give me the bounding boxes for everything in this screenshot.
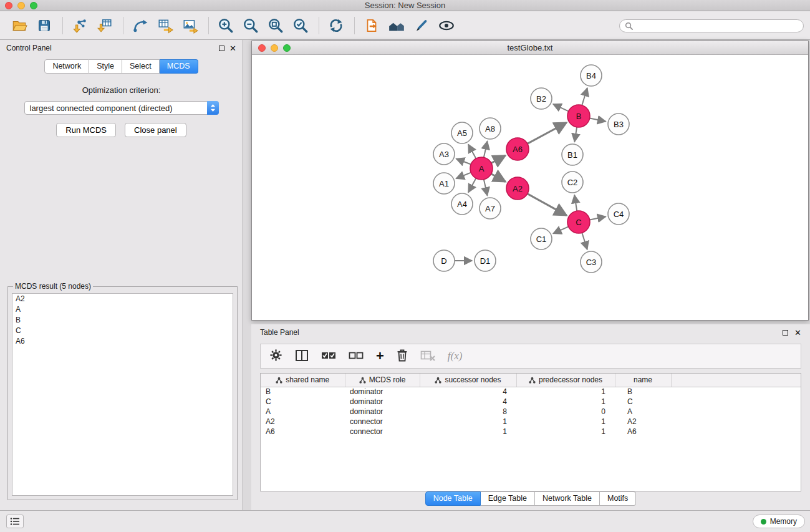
graph-edge-B-B3[interactable] — [590, 118, 606, 122]
graph-edge-A6-B[interactable] — [528, 122, 567, 143]
table-settings-button[interactable] — [269, 349, 282, 364]
column-header-successor-nodes[interactable]: successor nodes — [420, 374, 516, 387]
column-header-name[interactable]: name — [615, 374, 671, 387]
run-mcds-button[interactable]: Run MCDS — [56, 123, 116, 137]
graph-edge-C-C3[interactable] — [582, 233, 587, 249]
float-panel-icon[interactable] — [219, 46, 224, 51]
open-session-button[interactable] — [9, 15, 30, 36]
import-table-button[interactable] — [94, 15, 115, 36]
table-cell[interactable]: A6 — [261, 427, 345, 437]
search-input[interactable] — [636, 22, 798, 31]
zoom-fit-button[interactable] — [265, 15, 286, 36]
table-cell[interactable]: A2 — [261, 417, 345, 427]
table-cell[interactable]: connector — [345, 417, 420, 427]
graph-edge-C-C4[interactable] — [590, 216, 606, 220]
graph-edge-A-A3[interactable] — [456, 159, 471, 165]
result-item[interactable]: C — [12, 326, 233, 336]
table-cell[interactable]: dominator — [345, 387, 420, 397]
tab-select[interactable]: Select — [122, 59, 160, 74]
table-cell[interactable]: 1 — [420, 417, 516, 427]
save-session-button[interactable] — [34, 15, 55, 36]
tab-edge-table[interactable]: Edge Table — [481, 491, 535, 506]
table-cell[interactable]: 1 — [516, 427, 615, 437]
zoom-out-button[interactable] — [240, 15, 261, 36]
result-item[interactable]: B — [12, 315, 233, 326]
table-cell[interactable]: B — [261, 387, 345, 397]
graph-edge-B-B4[interactable] — [582, 88, 587, 105]
table-row[interactable]: A2connector11A2 — [261, 417, 801, 427]
dropdown-stepper[interactable] — [207, 101, 219, 115]
table-row[interactable]: Cdominator41C — [261, 397, 801, 407]
delete-table-button[interactable] — [420, 350, 435, 363]
graph-edge-A-A6[interactable] — [491, 155, 506, 163]
graph-edge-A-A5[interactable] — [468, 144, 476, 158]
graph-edge-B-B1[interactable] — [574, 127, 577, 142]
import-network-button[interactable] — [69, 15, 90, 36]
column-header-shared-name[interactable]: shared name — [261, 374, 345, 387]
network-graph[interactable]: B4B2BB3A8A5A6A3B1AC2A1A2A4A7C4CC1C3DD1 — [252, 55, 808, 320]
graph-edge-A-A1[interactable] — [456, 173, 471, 179]
graph-edge-A-A2[interactable] — [491, 174, 506, 182]
graph-edge-C-C2[interactable] — [574, 195, 577, 211]
result-item[interactable]: A6 — [12, 336, 233, 347]
tab-network-table[interactable]: Network Table — [535, 491, 600, 506]
add-column-icon[interactable]: + — [376, 349, 384, 363]
function-builder-button[interactable]: f(x) — [448, 350, 463, 362]
tab-mcds[interactable]: MCDS — [160, 59, 198, 74]
table-cell[interactable]: A2 — [615, 417, 671, 427]
tab-motifs[interactable]: Motifs — [600, 491, 636, 506]
export-table-button[interactable] — [155, 15, 176, 36]
table-row[interactable]: Adominator80A — [261, 407, 801, 417]
float-panel-icon[interactable] — [783, 330, 788, 336]
result-item[interactable]: A — [12, 304, 233, 315]
close-panel-button[interactable]: Close panel — [125, 123, 186, 137]
zoom-in-button[interactable] — [215, 15, 236, 36]
table-cell[interactable]: 8 — [420, 407, 516, 417]
graph-edge-A-A7[interactable] — [484, 180, 488, 196]
export-network-button[interactable] — [130, 15, 151, 36]
table-cell[interactable]: B — [615, 387, 671, 397]
toolbar-search[interactable] — [619, 19, 804, 32]
table-cell[interactable]: dominator — [345, 407, 420, 417]
table-cell[interactable]: C — [615, 397, 671, 407]
tab-node-table[interactable]: Node Table — [425, 491, 481, 506]
column-header-mcds-role[interactable]: MCDS role — [345, 374, 420, 387]
table-cell[interactable]: 1 — [516, 417, 615, 427]
close-panel-icon[interactable]: ✕ — [229, 44, 236, 52]
optimization-criterion-dropdown[interactable]: largest connected component (directed) — [24, 101, 219, 115]
table-cell[interactable]: 1 — [420, 427, 516, 437]
show-hide-button[interactable] — [436, 15, 457, 36]
memory-button[interactable]: Memory — [753, 515, 805, 528]
refresh-button[interactable] — [325, 15, 347, 36]
table-row[interactable]: Bdominator41B — [261, 387, 801, 397]
tab-style[interactable]: Style — [89, 59, 122, 74]
table-row[interactable]: A6connector11A6 — [261, 427, 801, 437]
table-cell[interactable]: 4 — [420, 397, 516, 407]
network-frame-titlebar[interactable]: testGlobe.txt — [252, 41, 808, 55]
table-cell[interactable]: 4 — [420, 387, 516, 397]
table-cell[interactable]: A — [615, 407, 671, 417]
graph-edge-C-C1[interactable] — [553, 226, 568, 233]
graph-edge-A2-C[interactable] — [528, 194, 567, 216]
style-tool-button[interactable] — [411, 15, 432, 36]
zoom-selected-button[interactable] — [290, 15, 311, 36]
table-cell[interactable]: dominator — [345, 397, 420, 407]
deselect-all-button[interactable] — [349, 351, 364, 362]
tab-network[interactable]: Network — [44, 59, 89, 74]
close-panel-icon[interactable]: ✕ — [794, 329, 801, 337]
select-all-button[interactable] — [321, 351, 336, 362]
table-cell[interactable]: 0 — [516, 407, 615, 417]
graph-edge-B-B2[interactable] — [553, 104, 569, 112]
table-cell[interactable]: C — [261, 397, 345, 407]
delete-button[interactable] — [397, 349, 408, 364]
mcds-result-list[interactable]: A2ABCA6 — [12, 293, 233, 496]
export-image-button[interactable] — [180, 15, 201, 36]
table-cell[interactable]: A — [261, 407, 345, 417]
open-recent-file-button[interactable] — [361, 15, 382, 36]
home-button[interactable] — [386, 15, 407, 36]
table-cell[interactable]: A6 — [615, 427, 671, 437]
graph-edge-A-A4[interactable] — [468, 178, 476, 193]
table-cell[interactable]: connector — [345, 427, 420, 437]
column-header-predecessor-nodes[interactable]: predecessor nodes — [516, 374, 615, 387]
task-history-button[interactable] — [6, 515, 24, 528]
